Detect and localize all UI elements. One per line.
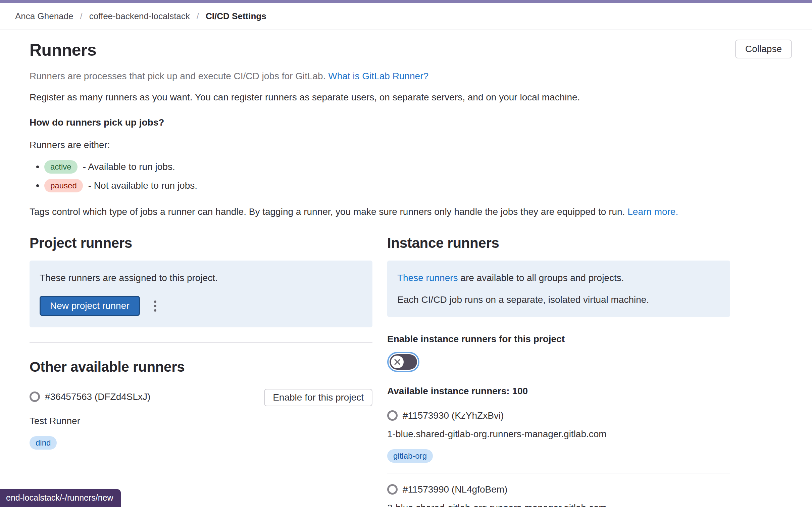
- breadcrumb-item-user[interactable]: Anca Ghenade: [15, 11, 73, 22]
- divider: [387, 473, 730, 473]
- instance-runners-infobox: These runners are available to all group…: [387, 261, 730, 317]
- breadcrumb: Anca Ghenade / coffee-backend-localstack…: [0, 3, 812, 30]
- runner-id-text: #11573990 (NL4gfoBem): [403, 483, 507, 495]
- runner-id: #11573990 (NL4gfoBem): [387, 483, 730, 495]
- new-project-runner-button[interactable]: New project runner: [40, 296, 140, 316]
- project-runners-title: Project runners: [30, 234, 372, 252]
- jobs-question-heading: How do runners pick up jobs?: [30, 117, 792, 128]
- active-status-text: - Available to run jobs.: [83, 161, 175, 173]
- runner-name: Test Runner: [30, 415, 372, 427]
- runner-status-circle-icon: [387, 484, 398, 495]
- list-item: #11573990 (NL4gfoBem) 2-blue.shared-gitl…: [387, 483, 730, 507]
- runner-id-text: #11573930 (KzYhZxBvi): [403, 410, 504, 421]
- instance-runners-toggle[interactable]: [390, 354, 417, 370]
- list-item: active - Available to run jobs.: [30, 160, 792, 174]
- what-is-gitlab-runner-link[interactable]: What is GitLab Runner?: [328, 71, 428, 81]
- instance-runners-info-text: These runners are available to all group…: [397, 272, 720, 284]
- register-description: Register as many runners as you want. Yo…: [30, 91, 792, 103]
- runner-tag-badge: gitlab-org: [387, 449, 433, 463]
- runner-id-text: #36457563 (DFZd4SLxJ): [45, 391, 150, 403]
- runners-description-text: Runners are processes that pick up and e…: [30, 71, 325, 81]
- other-runners-title: Other available runners: [30, 358, 372, 376]
- toggle-knob: [391, 356, 404, 368]
- instance-runners-column: Instance runners These runners are avail…: [387, 234, 730, 507]
- runner-tag-badge: dind: [30, 436, 57, 450]
- available-instance-runners-label: Available instance runners: 100: [387, 385, 730, 397]
- runner-id: #11573930 (KzYhZxBvi): [387, 410, 730, 421]
- runners-description: Runners are processes that pick up and e…: [30, 70, 792, 82]
- runner-status-circle-icon: [30, 391, 40, 402]
- instance-runners-info-line2: Each CI/CD job runs on a separate, isola…: [397, 294, 720, 306]
- runner-states-list: active - Available to run jobs. paused -…: [30, 160, 792, 192]
- project-runners-column: Project runners These runners are assign…: [30, 234, 372, 507]
- runners-either-text: Runners are either:: [30, 139, 792, 151]
- tags-description: Tags control which type of jobs a runner…: [30, 206, 792, 218]
- breadcrumb-separator: /: [80, 11, 82, 22]
- runner-id: #36457563 (DFZd4SLxJ): [30, 391, 150, 403]
- breadcrumb-item-current: CI/CD Settings: [206, 11, 266, 22]
- these-runners-link[interactable]: These runners: [397, 273, 458, 283]
- breadcrumb-separator: /: [197, 11, 199, 22]
- collapse-button[interactable]: Collapse: [735, 40, 792, 58]
- status-bar-url: end-localstack/-/runners/new: [0, 489, 121, 507]
- kebab-menu-icon[interactable]: [151, 298, 159, 314]
- list-item: paused - Not available to run jobs.: [30, 179, 792, 192]
- runner-status-circle-icon: [387, 410, 398, 421]
- project-runners-infobox: These runners are assigned to this proje…: [30, 261, 372, 327]
- paused-status-badge: paused: [44, 179, 83, 192]
- top-accent-bar: [0, 0, 812, 3]
- enable-instance-runners-label: Enable instance runners for this project: [387, 333, 730, 345]
- project-runners-info-text: These runners are assigned to this proje…: [40, 272, 362, 284]
- tags-description-text: Tags control which type of jobs a runner…: [30, 206, 625, 217]
- enable-for-project-button[interactable]: Enable for this project: [264, 389, 372, 406]
- instance-runners-list: #11573930 (KzYhZxBvi) 1-blue.shared-gitl…: [387, 410, 730, 507]
- page-title: Runners: [30, 40, 96, 61]
- divider: [30, 342, 372, 343]
- breadcrumb-item-project[interactable]: coffee-backend-localstack: [89, 11, 190, 22]
- list-item: #11573930 (KzYhZxBvi) 1-blue.shared-gitl…: [387, 410, 730, 473]
- runner-host: 1-blue.shared-gitlab-org.runners-manager…: [387, 428, 730, 440]
- instance-runners-info-rest: are available to all groups and projects…: [458, 273, 624, 283]
- learn-more-link[interactable]: Learn more.: [627, 206, 678, 217]
- runner-host: 2-blue.shared-gitlab-org.runners-manager…: [387, 502, 730, 507]
- instance-runners-title: Instance runners: [387, 234, 730, 252]
- paused-status-text: - Not available to run jobs.: [88, 180, 197, 191]
- close-icon: [394, 359, 401, 365]
- active-status-badge: active: [44, 160, 78, 174]
